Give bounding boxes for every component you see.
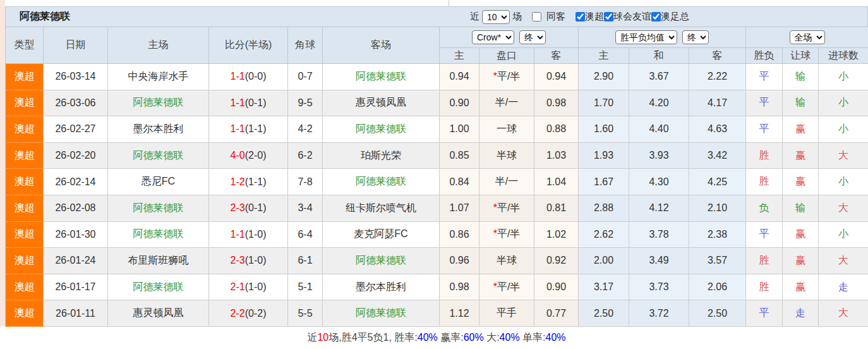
summary-segment: 40% — [418, 332, 438, 343]
avg-time-select[interactable]: 终 — [682, 30, 709, 44]
half-time-score: (0-2) — [245, 308, 267, 319]
avg-home-odds: 1.70 — [579, 90, 629, 116]
away-odds: 0.92 — [534, 248, 579, 274]
col-header-corner: 角球 — [288, 27, 323, 64]
avg-home-odds: 2.90 — [579, 64, 629, 90]
away-odds: 0.98 — [534, 90, 579, 116]
home-odds: 1.12 — [440, 300, 479, 327]
corners-score: 4-2 — [288, 116, 323, 143]
avg-draw-odds: 4.40 — [629, 116, 689, 143]
away-team: 阿德莱德联 — [323, 116, 440, 143]
bookmaker-select[interactable]: Crow* — [472, 30, 514, 44]
win-draw-loss-result: 平 — [746, 116, 783, 143]
score-cell: 1-1(0-0) — [209, 64, 288, 90]
avg-away-odds: 4.17 — [689, 90, 746, 116]
handicap-line: 半球 — [497, 255, 517, 266]
away-team: 阿德莱德联 — [323, 169, 440, 195]
avg-select[interactable]: 胜平负均值 — [615, 30, 677, 44]
win-draw-loss-result: 平 — [746, 300, 783, 327]
table-row: 澳超 26-02-08 阿德莱德联 2-3(0-1) 3-4 纽卡斯尔喷气机 1… — [6, 195, 868, 221]
full-time-score: 1-1 — [231, 97, 245, 108]
same-venue-label: 同客 — [546, 11, 565, 23]
corners-score: 3-4 — [288, 195, 323, 221]
handicap-line-cell: *平/半 — [479, 274, 534, 300]
handicap-result: 赢 — [783, 116, 819, 143]
match-date: 26-02-20 — [44, 142, 108, 169]
handicap-line-cell: 一球 — [479, 116, 534, 143]
match-date: 26-03-06 — [44, 90, 108, 116]
table-row: 澳超 26-02-14 悉尼FC 1-2(1-1) 7-8 阿德莱德联 0.84… — [6, 169, 868, 195]
away-team: 惠灵顿凤凰 — [323, 90, 440, 116]
away-team: 阿德莱德联 — [323, 64, 440, 90]
col-header-odds-home: 主 — [440, 48, 479, 64]
away-odds: 1.02 — [534, 221, 579, 248]
half-time-score: (1-0) — [245, 281, 267, 292]
handicap-line-cell: *平/半 — [479, 64, 534, 90]
avg-home-odds: 1.60 — [579, 116, 629, 143]
handicap-line-cell: 半球 — [479, 142, 534, 169]
home-team: 中央海岸水手 — [108, 64, 209, 90]
goals-over-under-result: 小 — [819, 169, 868, 195]
avg-away-odds: 2.22 — [689, 64, 746, 90]
summary-segment: 赢率: — [438, 332, 464, 343]
league-label: 澳足总 — [661, 11, 689, 23]
home-odds: 0.85 — [440, 142, 479, 169]
handicap-line: 平手 — [497, 307, 517, 318]
col-header-odds-away: 客 — [534, 48, 579, 64]
avg-away-odds: 2.10 — [689, 195, 746, 221]
home-odds: 0.98 — [440, 274, 479, 300]
match-date: 26-01-30 — [44, 221, 108, 248]
table-row: 澳超 26-01-17 阿德莱德联 2-1(1-0) 5-1 墨尔本胜利 0.9… — [6, 274, 868, 300]
match-date: 26-02-27 — [44, 116, 108, 143]
corners-score: 5-1 — [288, 274, 323, 300]
match-date: 26-03-14 — [44, 64, 108, 90]
league-badge: 澳超 — [6, 142, 44, 169]
full-time-score: 1-1 — [231, 71, 245, 82]
league-badge: 澳超 — [6, 116, 44, 143]
league-checkbox[interactable] — [651, 12, 661, 21]
home-team: 惠灵顿凤凰 — [108, 300, 209, 327]
same-venue-checkbox[interactable] — [532, 12, 541, 21]
full-time-score: 2-1 — [231, 281, 245, 292]
away-odds: 0.90 — [534, 274, 579, 300]
league-label: 球会友谊 — [613, 11, 651, 23]
avg-home-odds: 2.00 — [579, 248, 629, 274]
handicap-result: 输 — [783, 64, 819, 90]
corners-score: 6-2 — [288, 142, 323, 169]
goals-over-under-result: 小 — [819, 64, 868, 90]
league-badge: 澳超 — [6, 274, 44, 300]
goals-over-under-result: 大 — [819, 142, 868, 169]
handicap-line: 半/一 — [495, 97, 518, 107]
bookmaker-time-select[interactable]: 终 — [519, 30, 546, 44]
corners-score: 9-5 — [288, 90, 323, 116]
league-checkbox[interactable] — [604, 12, 613, 21]
handicap-result: 赢 — [783, 248, 819, 274]
avg-draw-odds: 3.67 — [629, 64, 689, 90]
col-header-home: 主场 — [108, 27, 209, 64]
score-cell: 2-2(0-2) — [209, 300, 288, 327]
handicap-line: 半/一 — [495, 176, 518, 187]
same-venue-filter: 同客 — [532, 11, 565, 23]
scope-selector-cell: 全场 — [746, 27, 868, 48]
win-draw-loss-result: 平 — [746, 64, 783, 90]
league-badge: 澳超 — [6, 195, 44, 221]
corners-score: 6-4 — [288, 221, 323, 248]
away-odds: 0.88 — [534, 116, 579, 143]
home-team: 阿德莱德联 — [108, 274, 209, 300]
match-date: 26-01-17 — [44, 274, 108, 300]
full-time-score: 2-3 — [231, 255, 245, 266]
scope-select[interactable]: 全场 — [790, 30, 825, 44]
table-row: 澳超 26-03-06 阿德莱德联 1-1(0-1) 9-5 惠灵顿凤凰 0.9… — [6, 90, 868, 116]
home-odds: 0.84 — [440, 169, 479, 195]
league-checkbox[interactable] — [576, 12, 585, 21]
away-team: 墨尔本胜利 — [323, 274, 440, 300]
goals-over-under-result: 大 — [819, 248, 868, 274]
handicap-line-cell: *平/半 — [479, 221, 534, 248]
half-time-score: (0-1) — [245, 202, 267, 213]
handicap-result: 走 — [783, 300, 819, 327]
avg-home-odds: 2.62 — [579, 221, 629, 248]
league-filter: 澳超 — [576, 11, 604, 23]
col-header-handicap: 让球 — [783, 48, 819, 64]
half-time-score: (2-0) — [245, 150, 267, 161]
recent-count-select[interactable]: 10 — [482, 10, 510, 24]
